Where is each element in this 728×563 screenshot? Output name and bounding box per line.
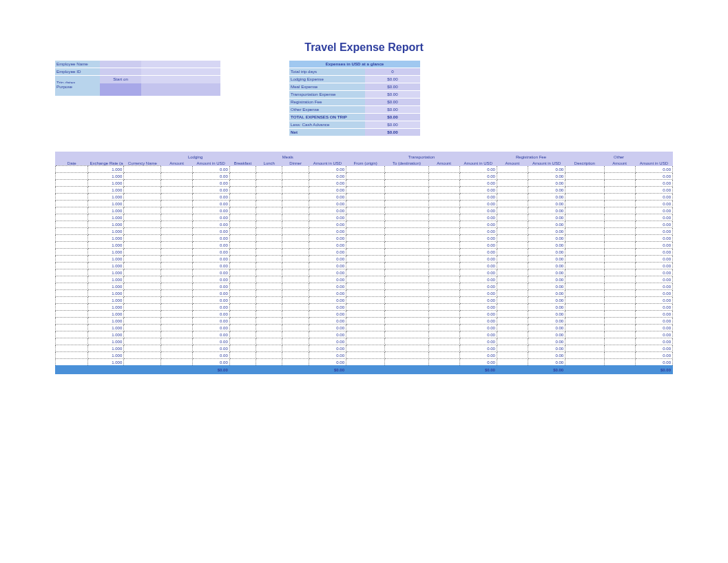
table-cell[interactable] — [428, 201, 459, 207]
table-cell[interactable]: 1.000 — [88, 345, 124, 352]
table-cell[interactable] — [256, 201, 282, 207]
table-cell[interactable] — [497, 304, 528, 311]
table-cell[interactable] — [497, 207, 528, 214]
table-cell[interactable] — [385, 325, 428, 331]
table-cell[interactable] — [256, 311, 282, 318]
table-cell[interactable] — [385, 304, 428, 311]
table-cell[interactable]: 0.00 — [192, 290, 229, 297]
table-cell[interactable] — [346, 276, 384, 283]
table-cell[interactable]: 0.00 — [528, 180, 565, 187]
table-cell[interactable] — [124, 338, 161, 345]
table-cell[interactable] — [565, 331, 604, 338]
table-cell[interactable]: 0.00 — [192, 201, 229, 207]
table-cell[interactable] — [56, 228, 88, 235]
table-cell[interactable] — [56, 345, 88, 352]
table-cell[interactable] — [346, 214, 384, 221]
table-cell[interactable]: 0.00 — [192, 304, 229, 311]
table-cell[interactable] — [161, 359, 192, 366]
table-cell[interactable]: 0.00 — [309, 214, 346, 221]
table-cell[interactable] — [124, 221, 161, 228]
table-cell[interactable] — [229, 269, 256, 276]
table-cell[interactable]: 1.000 — [88, 242, 124, 249]
table-cell[interactable]: 1.000 — [88, 187, 124, 194]
table-cell[interactable]: 1.000 — [88, 180, 124, 187]
table-row[interactable]: 1.0000.000.000.000.000.00 — [56, 242, 673, 249]
table-cell[interactable] — [604, 180, 635, 187]
table-cell[interactable] — [124, 297, 161, 304]
table-cell[interactable] — [346, 331, 384, 338]
table-cell[interactable]: 0.00 — [192, 194, 229, 201]
table-cell[interactable]: 0.00 — [459, 221, 497, 228]
table-row[interactable]: 1.0000.000.000.000.000.00 — [56, 304, 673, 311]
table-cell[interactable] — [604, 166, 635, 173]
table-cell[interactable]: 0.00 — [192, 352, 229, 359]
table-cell[interactable] — [161, 194, 192, 201]
table-cell[interactable] — [604, 214, 635, 221]
table-cell[interactable] — [385, 228, 428, 235]
table-cell[interactable] — [346, 207, 384, 214]
table-cell[interactable] — [346, 256, 384, 263]
table-cell[interactable] — [346, 249, 384, 256]
table-cell[interactable]: 0.00 — [309, 345, 346, 352]
table-cell[interactable] — [565, 359, 604, 366]
table-cell[interactable] — [346, 352, 384, 359]
table-row[interactable]: 1.0000.000.000.000.000.00 — [56, 318, 673, 325]
table-cell[interactable] — [256, 173, 282, 180]
table-cell[interactable] — [256, 359, 282, 366]
table-cell[interactable] — [282, 207, 309, 214]
table-cell[interactable] — [256, 194, 282, 201]
table-cell[interactable]: 0.00 — [528, 187, 565, 194]
table-cell[interactable]: 0.00 — [528, 263, 565, 269]
table-cell[interactable] — [256, 249, 282, 256]
table-cell[interactable]: 0.00 — [309, 311, 346, 318]
table-cell[interactable]: 1.000 — [88, 311, 124, 318]
table-cell[interactable] — [497, 352, 528, 359]
table-cell[interactable] — [56, 352, 88, 359]
table-cell[interactable] — [604, 249, 635, 256]
table-cell[interactable] — [604, 352, 635, 359]
table-cell[interactable]: 0.00 — [635, 304, 672, 311]
table-cell[interactable] — [161, 318, 192, 325]
table-cell[interactable] — [124, 187, 161, 194]
table-cell[interactable] — [124, 249, 161, 256]
table-cell[interactable] — [497, 194, 528, 201]
table-cell[interactable] — [161, 228, 192, 235]
table-cell[interactable] — [565, 290, 604, 297]
table-cell[interactable] — [282, 290, 309, 297]
emp-id-cell[interactable] — [141, 68, 220, 75]
table-cell[interactable] — [497, 214, 528, 221]
table-cell[interactable]: 0.00 — [309, 331, 346, 338]
table-cell[interactable] — [604, 201, 635, 207]
table-cell[interactable] — [256, 290, 282, 297]
table-cell[interactable] — [428, 331, 459, 338]
table-cell[interactable]: 0.00 — [635, 263, 672, 269]
table-cell[interactable] — [604, 194, 635, 201]
table-cell[interactable]: 0.00 — [528, 352, 565, 359]
table-row[interactable]: 1.0000.000.000.000.000.00 — [56, 194, 673, 201]
table-cell[interactable] — [56, 338, 88, 345]
table-cell[interactable]: 0.00 — [635, 242, 672, 249]
table-cell[interactable] — [229, 331, 256, 338]
table-cell[interactable]: 0.00 — [459, 276, 497, 283]
table-cell[interactable] — [346, 180, 384, 187]
table-cell[interactable]: 0.00 — [192, 242, 229, 249]
table-cell[interactable] — [256, 304, 282, 311]
table-row[interactable]: 1.0000.000.000.000.000.00 — [56, 221, 673, 228]
table-cell[interactable] — [282, 269, 309, 276]
table-cell[interactable] — [56, 173, 88, 180]
table-cell[interactable] — [256, 318, 282, 325]
table-cell[interactable] — [229, 304, 256, 311]
table-cell[interactable] — [256, 180, 282, 187]
table-cell[interactable] — [565, 263, 604, 269]
table-cell[interactable]: 0.00 — [309, 290, 346, 297]
table-cell[interactable]: 0.00 — [192, 173, 229, 180]
table-cell[interactable] — [56, 207, 88, 214]
table-cell[interactable] — [124, 269, 161, 276]
table-cell[interactable] — [565, 338, 604, 345]
table-cell[interactable] — [604, 283, 635, 290]
table-cell[interactable] — [346, 304, 384, 311]
table-cell[interactable]: 0.00 — [635, 194, 672, 201]
table-cell[interactable] — [385, 338, 428, 345]
table-cell[interactable] — [565, 201, 604, 207]
table-cell[interactable] — [56, 221, 88, 228]
